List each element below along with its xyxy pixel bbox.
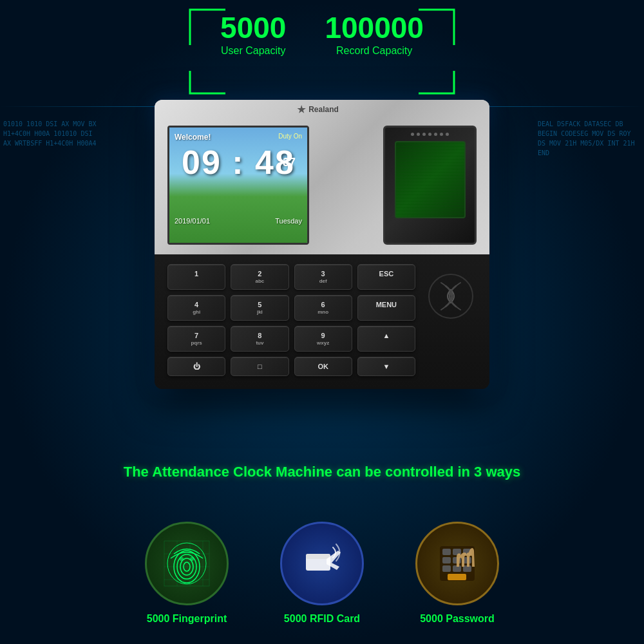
svg-rect-23 (442, 565, 451, 572)
fingerprint-scanner (383, 126, 477, 245)
svg-point-12 (180, 557, 184, 561)
password-icon-circle (415, 522, 499, 605)
lcd-welcome-text: Welcome! (175, 133, 211, 142)
key-MENU[interactable]: MENU (357, 295, 415, 321)
brand-name: Realand (308, 105, 339, 114)
rfid-icon-circle (280, 522, 364, 605)
rfid-label: 5000 RFID Card (284, 613, 360, 625)
password-svg (428, 535, 486, 592)
scanner-dots (406, 128, 454, 141)
rfid-area (425, 274, 477, 319)
key-1[interactable]: 1 (167, 264, 225, 290)
rfid-symbol[interactable] (428, 274, 473, 319)
svg-rect-17 (442, 549, 451, 555)
key-2[interactable]: 2abc (231, 264, 289, 290)
code-background-left: 01010 1010 DSI AX MOV BX H1+4C0H H00A 10… (0, 116, 103, 547)
key-3[interactable]: 3def (294, 264, 352, 290)
key-8[interactable]: 8tuv (231, 326, 289, 352)
record-capacity-box: 100000 Record Capacity (325, 13, 424, 57)
dot-7 (446, 133, 449, 136)
brand-label: Realand (297, 105, 339, 114)
feature-rfid: 5000 RFID Card (280, 522, 364, 625)
keypad: 12abc3defESC4ghi5jkl6mnoMENU7pqrs8tuv9wx… (167, 264, 415, 376)
key-ESC[interactable]: ESC (357, 264, 415, 290)
user-capacity-label: User Capacity (220, 45, 286, 57)
lcd-day-display: Tuesday (275, 217, 302, 225)
fingerprint-window[interactable] (395, 141, 466, 218)
bottom-icons: 5000 Fingerprint 5000 RFID Card (0, 522, 644, 625)
key-7[interactable]: 7pqrs (167, 326, 225, 352)
key-[interactable]: ▼ (357, 357, 415, 376)
svg-rect-20 (442, 557, 451, 564)
device-bottom: 12abc3defESC4ghi5jkl6mnoMENU7pqrs8tuv9wx… (155, 254, 489, 389)
key-4[interactable]: 4ghi (167, 295, 225, 321)
dot-1 (411, 133, 414, 136)
device-top: Realand Welcome! Duty On 09 : 48 37 2019… (155, 100, 489, 254)
feature-fingerprint: 5000 Fingerprint (145, 522, 229, 625)
feature-password: 5000 Password (415, 522, 499, 625)
password-label: 5000 Password (420, 613, 495, 625)
dot-2 (417, 133, 420, 136)
key-6[interactable]: 6mno (294, 295, 352, 321)
key-9[interactable]: 9wxyz (294, 326, 352, 352)
fingerprint-label: 5000 Fingerprint (147, 613, 227, 625)
fingerprint-icon-circle (145, 522, 229, 605)
key-5[interactable]: 5jkl (231, 295, 289, 321)
record-capacity-value: 100000 (325, 13, 424, 43)
top-stats: 5000 User Capacity 100000 Record Capacit… (220, 13, 424, 57)
record-capacity-label: Record Capacity (325, 45, 424, 57)
dot-5 (434, 133, 437, 136)
user-capacity-value: 5000 (220, 13, 286, 43)
tagline: The Attendance Clock Machine can be cont… (0, 464, 644, 480)
dot-3 (422, 133, 426, 136)
svg-point-13 (190, 557, 194, 561)
key-OK[interactable]: OK (294, 357, 352, 376)
lcd-date-display: 2019/01/01 (175, 217, 210, 225)
lcd-seconds-display: 37 (283, 156, 296, 169)
code-background-right: DEAL DSFACK DATASEC DB BEGIN CODESEG MOV… (535, 116, 644, 547)
svg-rect-15 (306, 554, 330, 559)
key-[interactable]: ▲ (357, 326, 415, 352)
user-capacity-box: 5000 User Capacity (220, 13, 286, 57)
device-container: Realand Welcome! Duty On 09 : 48 37 2019… (155, 100, 489, 389)
dot-4 (428, 133, 431, 136)
key-[interactable]: ⏻ (167, 357, 225, 376)
rfid-svg (293, 535, 351, 592)
lcd-screen: Welcome! Duty On 09 : 48 37 2019/01/01 T… (167, 126, 309, 245)
brand-logo-icon (297, 105, 306, 114)
key-[interactable]: □ (231, 357, 289, 376)
dot-6 (440, 133, 443, 136)
lcd-duty-text: Duty On (278, 133, 302, 140)
fingerprint-svg (158, 535, 216, 592)
attendance-machine: Realand Welcome! Duty On 09 : 48 37 2019… (155, 100, 489, 389)
svg-rect-26 (448, 574, 466, 580)
